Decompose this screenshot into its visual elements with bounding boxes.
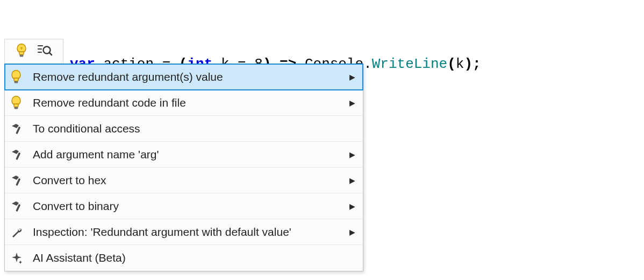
menu-item-label: Remove redundant code in file (31, 96, 345, 109)
lightbulb-icon[interactable] (16, 43, 27, 60)
submenu-arrow-icon: ▶ (345, 99, 355, 107)
menu-remove-redundant-argument[interactable]: Remove redundant argument(s) value ▶ (5, 64, 363, 90)
hammer-icon (10, 148, 31, 161)
menu-item-label: Inspection: 'Redundant argument with def… (31, 226, 345, 239)
lightbulb-icon (10, 95, 31, 110)
submenu-arrow-icon: ▶ (345, 202, 355, 211)
menu-inspection[interactable]: Inspection: 'Redundant argument with def… (5, 219, 363, 245)
hammer-icon (10, 200, 31, 213)
submenu-arrow-icon: ▶ (345, 176, 355, 185)
svg-rect-8 (15, 81, 18, 83)
svg-rect-10 (15, 107, 18, 109)
method-writeline: WriteLine (372, 56, 447, 72)
menu-convert-binary[interactable]: Convert to binary ▶ (5, 193, 363, 219)
menu-convert-hex[interactable]: Convert to hex ▶ (5, 167, 363, 193)
hammer-icon (10, 122, 31, 135)
menu-item-label: AI Assistant (Beta) (31, 251, 345, 264)
menu-remove-redundant-code-file[interactable]: Remove redundant code in file ▶ (5, 90, 363, 116)
menu-item-label: Convert to binary (31, 200, 345, 213)
lightbulb-icon (10, 69, 31, 85)
menu-to-conditional-access[interactable]: To conditional access (5, 116, 363, 142)
menu-item-label: Remove redundant argument(s) value (31, 71, 345, 83)
svg-line-6 (49, 52, 52, 55)
quick-fix-menu: Remove redundant argument(s) value ▶ Rem… (4, 64, 363, 271)
menu-item-label: Convert to hex (31, 174, 345, 187)
submenu-arrow-icon: ▶ (345, 73, 355, 81)
find-usages-icon[interactable] (36, 43, 52, 61)
menu-ai-assistant[interactable]: AI Assistant (Beta) (5, 245, 363, 271)
submenu-arrow-icon: ▶ (345, 150, 355, 159)
sparkle-icon (10, 251, 31, 264)
wrench-icon (10, 226, 31, 239)
menu-add-argument-name[interactable]: Add argument name 'arg' ▶ (5, 142, 363, 167)
submenu-arrow-icon: ▶ (345, 228, 355, 236)
menu-item-label: To conditional access (31, 122, 345, 135)
quick-fix-gutter[interactable] (4, 39, 63, 64)
hammer-icon (10, 174, 31, 187)
svg-rect-1 (20, 55, 23, 57)
menu-item-label: Add argument name 'arg' (31, 148, 345, 161)
